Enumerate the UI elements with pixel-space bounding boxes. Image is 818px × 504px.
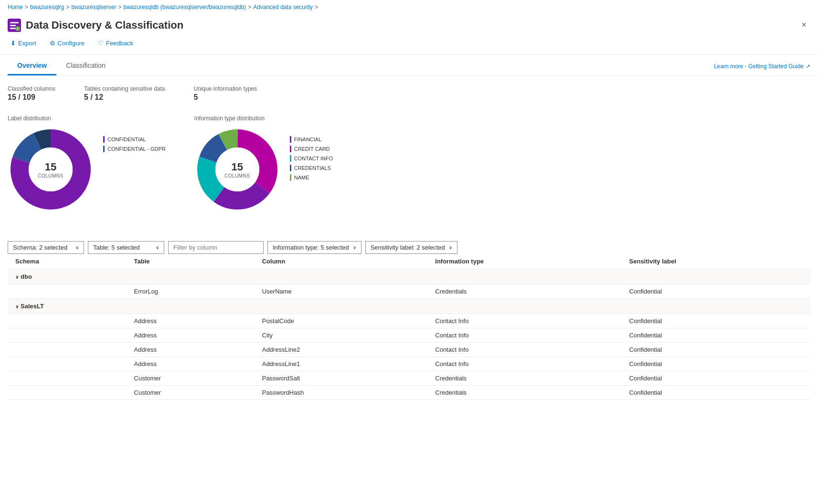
external-link-icon: ↗ [806,63,810,70]
info-type-legend: FINANCIAL CREDIT CARD CONTACT INFO CREDE… [290,136,333,181]
breadcrumb-rg[interactable]: bwazuresqlrg [30,4,64,10]
tabs: Overview Classification [8,57,115,75]
info-type-filter-dropdown[interactable]: Information type: 5 selected ∨ [267,241,361,254]
stat-classified-columns: Classified columns 15 / 109 [8,85,55,102]
info-type-filter-chevron: ∨ [353,245,356,250]
breadcrumb-home[interactable]: Home [8,4,23,10]
feedback-button[interactable]: ♡ Feedback [95,38,136,49]
filters-section: Schema: 2 selected ∨ Table: 5 selected ∨… [0,235,818,254]
svg-text:i: i [17,27,18,31]
schema-chevron-icon: ∨ [15,274,19,280]
label-donut-chart: 15 COLUMNS [8,126,94,212]
legend-color-credentials [290,165,291,171]
legend-item-confidential: CONFIDENTIAL [103,136,166,143]
legend-item-financial: FINANCIAL [290,136,333,143]
feedback-icon: ♡ [98,40,104,47]
page-icon: i [8,19,21,32]
data-table: Schema Table Column Information type Sen… [8,254,810,400]
column-filter-input[interactable] [168,241,264,254]
close-button[interactable]: × [797,18,810,32]
stat-unique-info-types: Unique information types 5 [194,85,257,102]
page-header: i Data Discovery & Classification × [0,14,818,34]
tab-overview[interactable]: Overview [8,57,56,75]
legend-color-financial [290,136,291,143]
col-header-sensitivity: Sensitivity label [622,254,810,269]
col-header-schema: Schema [8,254,127,269]
info-type-donut-chart: 15 COLUMNS [194,126,280,212]
legend-color-contact-info [290,155,291,162]
col-header-column: Column [255,254,428,269]
schema-group-row[interactable]: ∨dbo [8,269,810,284]
table-row: Address City Contact Info Confidential [8,328,810,343]
legend-color-confidential [103,136,105,143]
legend-color-credit-card [290,146,291,152]
legend-item-contact-info: CONTACT INFO [290,155,333,162]
table-row: Address PostalCode Contact Info Confiden… [8,314,810,328]
filters-row: Schema: 2 selected ∨ Table: 5 selected ∨… [8,241,810,254]
stat-tables-sensitive: Tables containing sensitive data 5 / 12 [84,85,165,102]
col-header-table: Table [127,254,255,269]
breadcrumb-db[interactable]: bwazuresqldb (bwazuresqlserver/bwazuresq… [123,4,246,10]
stats-row: Classified columns 15 / 109 Tables conta… [8,85,810,102]
schema-group-row[interactable]: ∨SalesLT [8,299,810,314]
schema-filter-chevron: ∨ [75,245,79,250]
table-row: Customer PasswordSalt Credentials Confid… [8,371,810,386]
learn-more-link[interactable]: Learn more - Getting Started Guide ↗ [714,63,810,75]
export-icon: ⬇ [11,40,16,47]
legend-item-confidential-gdpr: CONFIDENTIAL - GDPR [103,146,166,152]
table-header: Schema Table Column Information type Sen… [8,254,810,269]
sensitivity-filter-dropdown[interactable]: Sensitivity label: 2 selected ∨ [365,241,457,254]
label-legend: CONFIDENTIAL CONFIDENTIAL - GDPR [103,136,166,152]
configure-button[interactable]: ⚙ Configure [47,38,87,49]
breadcrumb-security[interactable]: Advanced data security [253,4,313,10]
export-button[interactable]: ⬇ Export [8,38,39,49]
col-header-info-type: Information type [427,254,621,269]
legend-color-name [290,174,291,181]
table-filter-dropdown[interactable]: Table: 5 selected ∨ [88,241,164,254]
legend-item-credentials: CREDENTIALS [290,165,333,171]
info-type-donut-label: 15 COLUMNS [224,161,250,178]
label-donut-label: 15 COLUMNS [38,161,64,178]
table-body: ∨dbo ErrorLog UserName Credentials Confi… [8,269,810,400]
configure-icon: ⚙ [50,40,55,47]
breadcrumb: Home > bwazuresqlrg > bwazuresqlserver >… [0,0,818,14]
tab-classification[interactable]: Classification [56,57,115,75]
table-row: Customer PasswordHash Credentials Confid… [8,386,810,400]
table-wrapper: Schema Table Column Information type Sen… [0,254,818,400]
table-row: ErrorLog UserName Credentials Confidenti… [8,284,810,299]
schema-chevron-icon: ∨ [15,304,19,309]
legend-color-confidential-gdpr [103,146,105,152]
table-row: Address AddressLine1 Contact Info Confid… [8,357,810,371]
overview-content: Classified columns 15 / 109 Tables conta… [0,76,818,235]
sensitivity-filter-chevron: ∨ [449,245,452,250]
table-row: Address AddressLine2 Contact Info Confid… [8,343,810,357]
breadcrumb-server[interactable]: bwazuresqlserver [71,4,116,10]
svg-rect-2 [10,25,16,26]
table-filter-chevron: ∨ [156,245,159,250]
page-title: Data Discovery & Classification [26,19,183,32]
toolbar: ⬇ Export ⚙ Configure ♡ Feedback [0,34,818,55]
label-distribution-section: Label distribution 15 COLUMNS [8,115,166,212]
info-type-distribution-section: Information type distribution [194,115,333,212]
charts-row: Label distribution 15 COLUMNS [8,115,810,212]
legend-item-credit-card: CREDIT CARD [290,146,333,152]
legend-item-name: NAME [290,174,333,181]
svg-rect-1 [10,22,19,23]
tabs-container: Overview Classification Learn more - Get… [0,57,818,76]
schema-filter-dropdown[interactable]: Schema: 2 selected ∨ [8,241,84,254]
